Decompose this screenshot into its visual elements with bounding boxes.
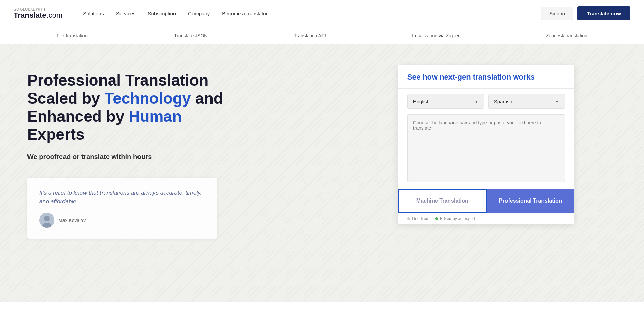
hero-right: See how next-gen translation works Engli… — [335, 44, 644, 302]
translation-widget: See how next-gen translation works Engli… — [398, 65, 574, 224]
subnav-file-translation[interactable]: File translation — [57, 33, 88, 38]
target-language-select[interactable]: Spanish ▼ — [488, 94, 565, 109]
edited-dot — [435, 217, 438, 220]
author-name: Max Kovalov — [58, 218, 86, 223]
translation-type-buttons: Machine Translation Professional Transla… — [398, 189, 574, 213]
nav-company[interactable]: Company — [188, 11, 210, 16]
source-lang-label: English — [413, 99, 430, 104]
testimonial-author: Max Kovalov — [39, 213, 205, 228]
subnav-localization-zapier[interactable]: Localization via Zapier — [412, 33, 459, 38]
unedited-label: Unedited — [412, 216, 428, 221]
logo: GO GLOBAL WITH Translate.com — [14, 7, 62, 19]
unedited-dot — [407, 217, 410, 220]
hero-left: Professional Translation Scaled by Techn… — [0, 44, 335, 302]
nav-services[interactable]: Services — [116, 11, 136, 16]
header-actions: Sign in Translate now — [541, 6, 630, 20]
logo-brand: Translate.com — [14, 11, 62, 19]
avatar — [39, 213, 54, 228]
status-unedited: Unedited — [407, 216, 428, 221]
main-nav: Solutions Services Subscription Company … — [83, 11, 541, 16]
professional-translation-button[interactable]: Professional Translation — [487, 189, 574, 213]
nav-become-translator[interactable]: Become a translator — [222, 11, 268, 16]
nav-subscription[interactable]: Subscription — [148, 11, 176, 16]
testimonial-text: It's a relief to know that translations … — [39, 189, 205, 206]
edited-label: Edited by an expert — [440, 216, 475, 221]
translation-input-area — [398, 114, 574, 189]
subnav-translate-json[interactable]: Translate JSON — [174, 33, 207, 38]
target-lang-label: Spanish — [494, 99, 512, 104]
source-lang-chevron-icon: ▼ — [475, 100, 478, 104]
nav-solutions[interactable]: Solutions — [83, 11, 104, 16]
language-selectors: English ▼ Spanish ▼ — [398, 89, 574, 114]
translate-now-button[interactable]: Translate now — [577, 6, 630, 20]
subnav-translation-api[interactable]: Translation API — [294, 33, 326, 38]
subnav: File translation Translate JSON Translat… — [0, 27, 644, 44]
testimonial-card: It's a relief to know that translations … — [27, 178, 217, 239]
target-lang-chevron-icon: ▼ — [555, 100, 559, 104]
subnav-zendesk[interactable]: Zendesk translation — [546, 33, 587, 38]
hero-heading: Professional Translation Scaled by Techn… — [27, 71, 314, 143]
machine-translation-button[interactable]: Machine Translation — [398, 189, 487, 213]
source-language-select[interactable]: English ▼ — [407, 94, 484, 109]
header: GO GLOBAL WITH Translate.com Solutions S… — [0, 0, 644, 27]
svg-point-1 — [44, 216, 50, 221]
hero-section: Professional Translation Scaled by Techn… — [0, 44, 644, 302]
hero-subtext: We proofread or translate within hours — [27, 153, 314, 161]
widget-header: See how next-gen translation works — [398, 65, 574, 89]
widget-title: See how next-gen translation works — [407, 73, 565, 82]
status-row: Unedited Edited by an expert — [398, 213, 574, 224]
status-edited: Edited by an expert — [435, 216, 475, 221]
sign-in-button[interactable]: Sign in — [541, 7, 573, 20]
translation-textarea[interactable] — [407, 114, 565, 182]
